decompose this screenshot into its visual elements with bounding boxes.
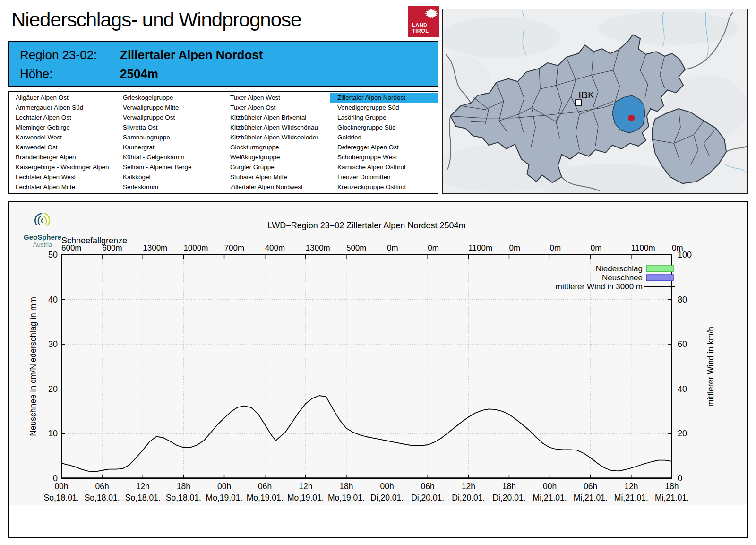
region-item[interactable]: Karwendel West — [9, 132, 116, 142]
region-value: Zillertaler Alpen Nordost — [120, 48, 263, 62]
x-tick-time: 00h — [380, 482, 394, 491]
snowline-value: 600m — [102, 243, 122, 252]
region-item[interactable]: Mieminger Gebirge — [9, 122, 116, 132]
x-tick-time: 06h — [258, 482, 272, 491]
region-item[interactable]: Stubaier Alpen Mitte — [223, 172, 330, 182]
x-tick-date: Mo,19.01. — [328, 493, 365, 502]
legend-label: Niederschlag — [596, 264, 643, 273]
region-item[interactable]: Tuxer Alpen West — [223, 93, 330, 103]
region-item[interactable]: Lechtaler Alpen Ost — [9, 112, 116, 122]
region-item[interactable]: Tuxer Alpen Ost — [223, 103, 330, 112]
land-tirol-label: LAND TIROL — [412, 22, 429, 34]
chart-title: LWD−Region 23−02 Zillertaler Alpen Nordo… — [268, 221, 466, 230]
geosphere-country: Austria — [19, 241, 66, 248]
snowline-value: 0m — [509, 243, 520, 252]
region-item[interactable]: Kühtai - Geigenkamm — [116, 152, 223, 162]
region-item[interactable]: Gurgler Gruppe — [223, 162, 330, 172]
y-tick-left: 20 — [48, 384, 58, 394]
region-item[interactable]: Lienzer Dolomitten — [330, 172, 438, 182]
region-item[interactable]: Zillertaler Alpen Nordost — [330, 93, 438, 103]
region-label: Region 23-02: — [20, 48, 120, 62]
x-tick-time: 00h — [217, 482, 231, 491]
region-item[interactable]: Schobergruppe West — [330, 152, 438, 162]
x-tick-time: 00h — [543, 482, 557, 491]
snowline-value: 400m — [265, 243, 285, 252]
map-station-dot — [628, 115, 635, 121]
snowline-value: 0m — [428, 243, 439, 252]
x-tick-time: 12h — [462, 482, 475, 491]
x-tick-time: 12h — [624, 482, 638, 491]
region-item[interactable]: Kitzbüheler Alpen Brixental — [223, 112, 330, 122]
region-item[interactable]: Allgäuer Alpen Ost — [9, 93, 116, 103]
x-tick-time: 06h — [95, 482, 109, 491]
hoehe-label: Höhe: — [20, 67, 120, 81]
x-tick-time: 06h — [584, 482, 597, 491]
y-axis-left-title: Neuschnee in cm/Niederschlag in mm — [28, 297, 38, 436]
page-title: Niederschlags- und Windprognose — [11, 9, 301, 31]
x-tick-date: Mi,21.01. — [533, 493, 567, 502]
region-item[interactable]: Samnaungruppe — [116, 132, 223, 142]
x-tick-time: 06h — [421, 482, 435, 491]
snowline-value: 1100m — [468, 243, 492, 252]
snowline-value: 700m — [224, 243, 245, 252]
forecast-chart-panel: NiederschlagNeuschneemittlerer Wind in 3… — [8, 201, 748, 538]
region-item[interactable]: Grieskogelgruppe — [116, 93, 223, 103]
region-item[interactable]: Kaisergebirge - Waidringer Alpen — [9, 162, 116, 172]
region-item[interactable]: Weißkugelgruppe — [223, 152, 330, 162]
region-item[interactable]: Karnische Alpen Osttirol — [330, 162, 438, 172]
y-tick-left: 30 — [48, 339, 58, 349]
land-tirol-logo: LAND TIROL — [408, 6, 439, 37]
region-item[interactable]: Sellrain - Alpeiner Berge — [116, 162, 223, 172]
region-item[interactable]: Lechtaler Alpen Mitte — [9, 182, 116, 192]
x-tick-date: Mi,21.01. — [614, 493, 648, 502]
y-tick-right: 20 — [678, 429, 687, 438]
x-tick-date: So,18.01. — [125, 493, 161, 502]
region-item[interactable]: Kitzbüheler Alpen Wildseeloder — [223, 132, 330, 142]
x-tick-date: Mo,19.01. — [247, 493, 284, 502]
map-city-label: IBK — [578, 89, 594, 100]
y-tick-right: 80 — [678, 295, 687, 304]
region-item[interactable]: Verwallgruppe Mitte — [116, 103, 223, 112]
region-item[interactable]: Deferegger Alpen Ost — [330, 142, 438, 152]
tirol-map: IBK — [442, 9, 748, 194]
region-item[interactable]: Kalkkögel — [116, 172, 223, 182]
region-item[interactable]: Kaunergrat — [116, 142, 223, 152]
region-item[interactable]: Glockturmgruppe — [223, 142, 330, 152]
region-item[interactable]: Karwendel Ost — [9, 142, 116, 152]
region-item[interactable]: Glocknergruppe Süd — [330, 122, 438, 132]
snowline-value: 500m — [346, 243, 367, 252]
region-item[interactable]: Serleskamm — [116, 182, 223, 192]
region-item[interactable]: Kitzbüheler Alpen Wildschönau — [223, 122, 330, 132]
x-tick-date: So,18.01. — [166, 493, 201, 502]
region-item[interactable]: Goldried — [330, 132, 438, 142]
region-list: Allgäuer Alpen OstAmmergauer Alpen SüdLe… — [8, 91, 438, 194]
region-item[interactable]: Silvretta Ost — [116, 122, 223, 132]
snowline-value: 1100m — [631, 243, 655, 252]
y-tick-left: 10 — [48, 429, 58, 438]
hoehe-value: 2504m — [120, 67, 158, 81]
snowline-value: 0m — [550, 243, 561, 252]
region-item[interactable]: Brandenberger Alpen — [9, 152, 116, 162]
x-tick-date: Mi,21.01. — [574, 493, 608, 502]
legend-label: mittlerer Wind in 3000 m — [556, 282, 643, 291]
snowline-value: 0m — [591, 243, 602, 252]
x-tick-date: So,18.01. — [44, 493, 79, 502]
x-tick-date: Mo,19.01. — [206, 493, 243, 502]
geosphere-swirl-icon — [32, 211, 53, 230]
x-tick-time: 18h — [665, 482, 679, 491]
region-item[interactable]: Kreuzeckgruppe Osttirol — [330, 182, 438, 192]
region-item[interactable]: Lechtaler Alpen West — [9, 172, 116, 182]
y-tick-right: 100 — [678, 250, 692, 260]
wind-precipitation-chart: NiederschlagNeuschneemittlerer Wind in 3… — [9, 202, 747, 537]
y-tick-right: 60 — [678, 339, 687, 349]
x-tick-time: 18h — [502, 482, 516, 491]
x-tick-date: Di,20.01. — [452, 493, 485, 502]
x-tick-date: So,18.01. — [85, 493, 120, 502]
snowline-value: 1300m — [306, 243, 330, 252]
region-item[interactable]: Venedigergruppe Süd — [330, 103, 438, 112]
region-item[interactable]: Lasörling Gruppe — [330, 112, 438, 122]
region-item[interactable]: Zillertaler Alpen Nordwest — [223, 182, 330, 192]
region-item[interactable]: Verwallgruppe Ost — [116, 112, 223, 122]
legend-swatch — [646, 275, 673, 281]
region-item[interactable]: Ammergauer Alpen Süd — [9, 103, 116, 112]
